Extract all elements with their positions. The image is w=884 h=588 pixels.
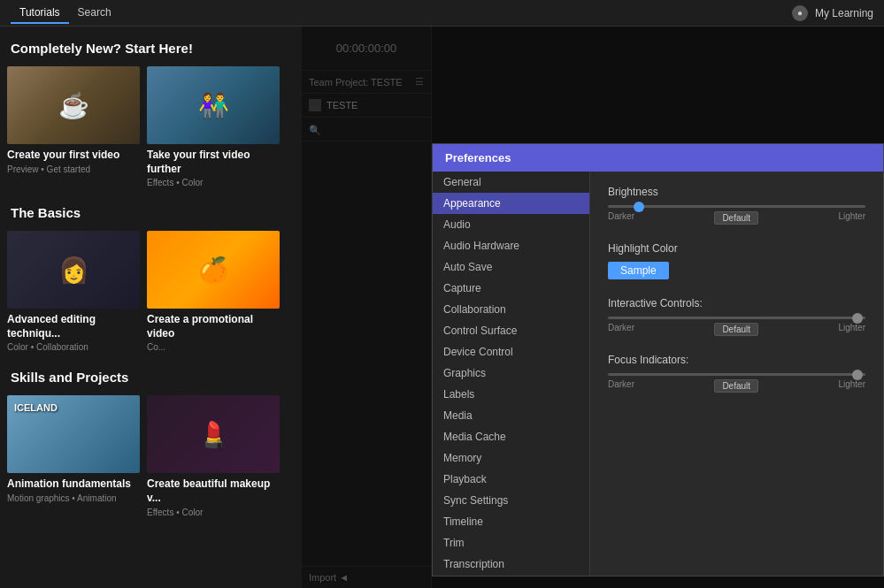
focus-indicators-thumb	[852, 370, 863, 380]
card-subtitle-makeup: Effects • Color	[147, 508, 280, 517]
pref-item-media[interactable]: Media	[433, 405, 589, 426]
focus-indicators-track	[608, 373, 865, 376]
pref-item-capture[interactable]: Capture	[433, 278, 589, 299]
ic-lighter: Lighter	[838, 323, 865, 336]
card-thumb-makeup	[147, 395, 280, 473]
interactive-controls-thumb	[852, 313, 863, 324]
interactive-controls-slider[interactable]	[608, 317, 865, 319]
card-thumb-woman	[7, 231, 140, 309]
card-advanced-editing[interactable]: Advanced editing techniqu... Color • Col…	[7, 231, 140, 352]
nav-right: ● My Learning	[792, 5, 873, 21]
cards-row-new: Create your first video Preview • Get st…	[7, 66, 294, 187]
pref-item-media-cache[interactable]: Media Cache	[433, 426, 589, 447]
search-tab[interactable]: Search	[69, 3, 120, 24]
interactive-controls-label: Interactive Controls:	[608, 297, 865, 309]
card-title-makeup: Create beautiful makeup v...	[147, 477, 280, 505]
brightness-track	[608, 205, 865, 208]
card-subtitle-animation: Motion graphics • Animation	[7, 493, 140, 503]
pref-item-memory[interactable]: Memory	[433, 447, 589, 469]
card-promo-video[interactable]: Create a promotional video Co...	[147, 231, 280, 352]
preferences-title: Preferences	[445, 151, 511, 164]
card-thumb-orange	[147, 231, 280, 309]
card-thumb-couple	[147, 66, 280, 144]
card-title-animation: Animation fundamentals	[7, 477, 140, 492]
brightness-section: Brightness Darker Default Lighter	[608, 186, 865, 225]
section-title-basics: The Basics	[7, 205, 294, 220]
focus-indicators-section: Focus Indicators: Darker Default Lighter	[608, 354, 865, 393]
fi-lighter: Lighter	[838, 379, 865, 393]
tutorials-tab[interactable]: Tutorials	[11, 3, 69, 24]
pref-item-appearance[interactable]: Appearance	[433, 193, 589, 214]
avatar: ●	[792, 5, 808, 21]
highlight-sample-btn[interactable]: Sample	[608, 262, 669, 279]
pref-item-timeline[interactable]: Timeline	[433, 511, 589, 532]
cards-row-skills: ICELAND Animation fundamentals Motion gr…	[7, 395, 294, 516]
ic-darker: Darker	[608, 323, 634, 336]
section-title-new: Completely New? Start Here!	[7, 41, 294, 56]
brightness-thumb	[634, 202, 644, 212]
interactive-controls-section: Interactive Controls: Darker Default Lig…	[608, 297, 865, 336]
card-title-advanced: Advanced editing techniqu...	[7, 313, 140, 340]
focus-indicators-labels: Darker Default Lighter	[608, 379, 865, 393]
card-subtitle-further: Effects • Color	[147, 178, 280, 187]
ic-default-btn[interactable]: Default	[714, 323, 758, 336]
brightness-label: Brightness	[608, 186, 865, 198]
pref-item-labels[interactable]: Labels	[433, 384, 589, 405]
preferences-overlay: Preferences General Appearance Audio Aud…	[301, 27, 884, 588]
pref-item-auto-save[interactable]: Auto Save	[433, 256, 589, 278]
card-title-further: Take your first video further	[147, 149, 280, 176]
card-subtitle-advanced: Color • Collaboration	[7, 342, 140, 352]
card-makeup[interactable]: Create beautiful makeup v... Effects • C…	[147, 395, 280, 516]
pref-item-audio-hardware[interactable]: Audio Hardware	[433, 235, 589, 256]
interactive-controls-track	[608, 317, 865, 319]
pref-item-control-surface[interactable]: Control Surface	[433, 320, 589, 341]
preferences-modal: Preferences General Appearance Audio Aud…	[432, 143, 884, 577]
card-animation[interactable]: ICELAND Animation fundamentals Motion gr…	[7, 395, 140, 516]
top-nav: Tutorials Search ● My Learning	[0, 0, 884, 27]
iceland-text: ICELAND	[14, 402, 58, 413]
brightness-slider[interactable]	[608, 205, 865, 208]
brightness-darker: Darker	[608, 211, 634, 225]
pref-item-audio[interactable]: Audio	[433, 214, 589, 235]
card-thumb-coffee	[7, 66, 140, 144]
pref-item-trim[interactable]: Trim	[433, 532, 589, 554]
pref-item-playback[interactable]: Playback	[433, 469, 589, 490]
card-title-first-video: Create your first video	[7, 149, 140, 163]
focus-indicators-slider[interactable]	[608, 373, 865, 376]
preferences-content: Brightness Darker Default Lighter Highli…	[590, 172, 883, 576]
highlight-color-section: Highlight Color Sample	[608, 242, 865, 279]
pref-item-collaboration[interactable]: Collaboration	[433, 299, 589, 320]
pref-item-sync-settings[interactable]: Sync Settings	[433, 490, 589, 511]
preferences-body: General Appearance Audio Audio Hardware …	[433, 172, 883, 576]
focus-indicators-label: Focus Indicators:	[608, 354, 865, 366]
brightness-lighter: Lighter	[838, 211, 865, 225]
section-title-skills: Skills and Projects	[7, 370, 294, 385]
preferences-header: Preferences	[433, 144, 883, 172]
my-learning-label[interactable]: My Learning	[815, 7, 873, 19]
card-take-further[interactable]: Take your first video further Effects • …	[147, 66, 280, 187]
brightness-labels: Darker Default Lighter	[608, 211, 865, 225]
card-title-promo: Create a promotional video	[147, 313, 280, 340]
card-thumb-iceland: ICELAND	[7, 395, 140, 473]
section-basics: The Basics Advanced editing techniqu... …	[7, 205, 294, 352]
card-first-video[interactable]: Create your first video Preview • Get st…	[7, 66, 140, 187]
card-subtitle-first-video: Preview • Get started	[7, 164, 140, 174]
pref-item-graphics[interactable]: Graphics	[433, 363, 589, 384]
left-panel: Completely New? Start Here! Create your …	[0, 27, 301, 588]
fi-darker: Darker	[608, 379, 634, 393]
brightness-default-btn[interactable]: Default	[714, 211, 758, 225]
card-subtitle-promo: Co...	[147, 342, 280, 352]
highlight-color-label: Highlight Color	[608, 242, 865, 255]
pref-item-general[interactable]: General	[433, 172, 589, 193]
preferences-sidebar: General Appearance Audio Audio Hardware …	[433, 172, 590, 576]
cards-row-basics: Advanced editing techniqu... Color • Col…	[7, 231, 294, 352]
section-skills: Skills and Projects ICELAND Animation fu…	[7, 370, 294, 516]
interactive-controls-labels: Darker Default Lighter	[608, 323, 865, 336]
fi-default-btn[interactable]: Default	[714, 379, 758, 393]
pref-item-device-control[interactable]: Device Control	[433, 341, 589, 363]
section-completely-new: Completely New? Start Here! Create your …	[7, 41, 294, 187]
pref-item-transcription[interactable]: Transcription	[433, 554, 589, 575]
